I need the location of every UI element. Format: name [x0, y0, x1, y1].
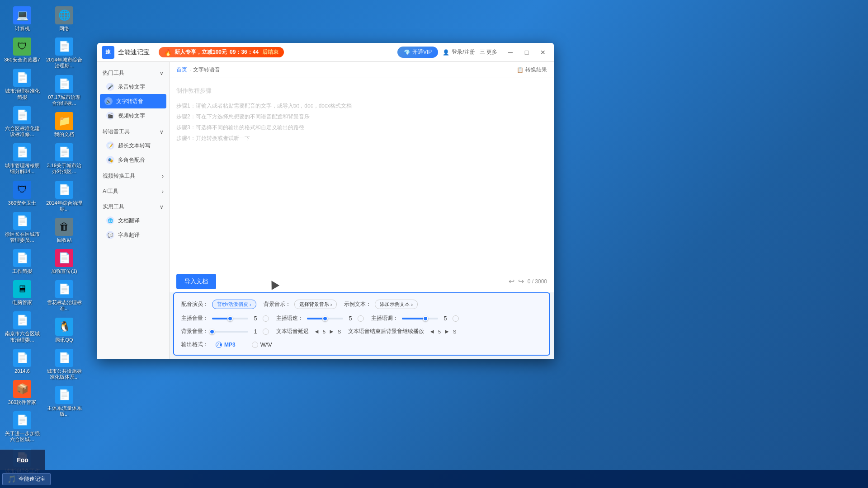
sidebar-section-header-utility[interactable]: 实用工具 ∨: [97, 200, 169, 213]
desktop-icon-nanjing6[interactable]: 📄 南京市六合区城市治理委...: [2, 310, 42, 344]
bg-volume-slider[interactable]: [212, 331, 248, 333]
doc-icon-12: 📄: [55, 143, 73, 161]
delay-group: 文本语音延迟 ◄ 5 ► S: [276, 328, 341, 335]
breadcrumb: 首页 · 文字转语音 📋 转换结果: [170, 62, 554, 78]
login-button[interactable]: 👤 登录/注册: [443, 48, 475, 56]
desktop-icon-computer[interactable]: 💻 计算机: [2, 5, 42, 33]
text-editor-area[interactable]: 制作教程步骤 步骤1：请输入或者粘贴需要配音的文字，或导入txt，doc，doc…: [170, 78, 554, 270]
chevron-down-icon: ∨: [160, 70, 164, 76]
speaker-icon: 🔊: [104, 97, 113, 105]
desktop-icon-360guard[interactable]: 🛡 360安全卫士: [2, 179, 42, 208]
bg-volume-label: 背景音量：: [181, 328, 208, 335]
desktop-icon-city2014b[interactable]: 📄 2014年综合治理标...: [44, 179, 84, 214]
desktop-icon-city-standard2[interactable]: 📄 六合区标准化建设标准修...: [2, 104, 42, 139]
desktop-icon-city-standard1[interactable]: 📄 城市治理标准化简报: [2, 67, 42, 102]
desktop-icon-march319[interactable]: 📄 3.19关于城市治办对找区...: [44, 141, 84, 176]
main-volume-group: 主播音量： 5: [181, 314, 269, 322]
example-text-button[interactable]: 添加示例文本 ›: [375, 300, 418, 309]
wav-option[interactable]: WAV: [252, 342, 272, 348]
main-speed-label: 主播语速：: [276, 314, 303, 322]
delay-next-button[interactable]: ►: [327, 328, 336, 335]
delay-controls: ◄ 5 ► S: [312, 328, 341, 335]
settings-row-4: 输出格式： ✓ MP3 WAV: [181, 341, 542, 348]
delay-prev-button[interactable]: ◄: [312, 328, 321, 335]
sidebar-item-multi-voice[interactable]: 🎭 多角色配音: [97, 153, 169, 167]
maximize-button[interactable]: □: [520, 46, 533, 59]
desktop-icon-july17[interactable]: 📄 07.17城市治理合治理标...: [44, 73, 84, 108]
main-volume-label: 主播音量：: [181, 314, 208, 322]
desktop-icon-network[interactable]: 🌐 网络: [44, 5, 84, 33]
convert-results-button[interactable]: 📋 转换结果: [517, 66, 547, 74]
main-tone-slider[interactable]: [402, 318, 438, 319]
redo-button[interactable]: ↪: [518, 277, 524, 286]
sidebar-section-header-speech[interactable]: 转语音工具 ∨: [97, 125, 169, 138]
main-tone-label: 主播语调：: [371, 314, 398, 322]
main-tone-radio[interactable]: [453, 315, 459, 322]
doc-icon-15: 📄: [55, 349, 73, 367]
continue-prev-button[interactable]: ◄: [428, 328, 436, 335]
mp3-option[interactable]: ✓ MP3: [216, 342, 236, 348]
desktop-icon-2014[interactable]: 📄 2014.6: [2, 347, 42, 376]
sidebar-item-record-to-text[interactable]: 🎤 录音转文字: [97, 80, 169, 94]
main-speed-slider-container: [307, 318, 343, 319]
import-button[interactable]: 导入文档: [176, 274, 216, 289]
doc-icon-10: 📄: [55, 38, 73, 56]
main-tone-slider-container: [402, 318, 438, 319]
network-icon: 🌐: [55, 6, 73, 24]
main-volume-slider[interactable]: [212, 318, 248, 319]
desktop-icon-citypublic[interactable]: 📄 城市公共设施标准化版体系...: [44, 347, 84, 382]
sidebar-item-doc-translate[interactable]: 🌐 文档翻译: [97, 213, 169, 228]
desktop-icon-xuzhang[interactable]: 📄 徐区长在区城市管理委员...: [2, 210, 42, 245]
main-speed-radio[interactable]: [358, 315, 364, 322]
voice-actor-group: 配音演员： 普纱/活泼俏皮 ›: [181, 300, 256, 309]
chevron-right-icon-2: ›: [162, 188, 164, 195]
desktop-icon-citylang[interactable]: 📄 主体系流量体系版...: [44, 384, 84, 419]
bg-volume-value: 1: [252, 328, 259, 335]
desktop-icon-workbrief[interactable]: 📄 工作简报: [2, 247, 42, 276]
app-window: 速 全能速记宝 🔥 新人专享，立减100元 09：36：44 后结束 💎 开通V…: [97, 43, 554, 359]
desktop-icon-360browser[interactable]: 🛡 360安全浏览器7: [2, 36, 42, 65]
undo-button[interactable]: ↩: [509, 277, 514, 286]
desktop-icon-city-manage[interactable]: 📄 城市管理考核明细分解14...: [2, 141, 42, 176]
desktop-icon-mydoc[interactable]: 📁 我的文档: [44, 110, 84, 139]
instructions-step1: 步骤1：请输入或者粘贴需要配音的文字，或导入txt，doc，docx格式文档: [176, 100, 547, 111]
instructions-step2: 步骤2：可在下方选择您想要的不同语音配置和背景音乐: [176, 111, 547, 122]
chevron-right-icon-4: ›: [330, 302, 332, 307]
desktop-icon-city2014[interactable]: 📄 2014年城市综合治理标...: [44, 36, 84, 70]
desktop-icon-promo[interactable]: 📄 加强宣传(1): [44, 247, 84, 276]
sidebar-section-speech: 转语音工具 ∨ 📝 超长文本转写 🎭 多角色配音: [97, 125, 169, 167]
desktop-icon-further6[interactable]: 📄 关于进一步加强六合区城...: [2, 409, 42, 444]
desktop-icon-pcmanager[interactable]: 🖥 电脑管家: [2, 278, 42, 307]
bg-music-button[interactable]: 选择背景音乐 ›: [294, 300, 337, 309]
sidebar-section-ai: AI工具 ›: [97, 185, 169, 198]
minimize-button[interactable]: ─: [504, 46, 517, 59]
mp3-radio[interactable]: ✓: [216, 342, 222, 348]
wav-radio[interactable]: [252, 342, 258, 348]
voice-actor-button[interactable]: 普纱/活泼俏皮 ›: [212, 300, 256, 309]
desktop-icon-recycle[interactable]: 🗑 回收站: [44, 216, 84, 245]
bg-volume-radio[interactable]: [263, 328, 269, 335]
sidebar-item-long-text[interactable]: 📝 超长文本转写: [97, 138, 169, 153]
more-button[interactable]: 三 更多: [480, 48, 497, 56]
app-logo: 速: [102, 46, 114, 59]
doc-icon-6: 📄: [13, 311, 31, 329]
main-tone-group: 主播语调： 5: [371, 314, 459, 322]
desktop-icon-snow[interactable]: 📄 雪花标志治理标准...: [44, 278, 84, 313]
taskbar-item-app[interactable]: 🎵 全能速记宝: [2, 473, 51, 485]
main-volume-radio[interactable]: [263, 315, 269, 322]
desktop-icon-360software[interactable]: 📦 360软件管家: [2, 378, 42, 407]
breadcrumb-home[interactable]: 首页: [176, 66, 187, 74]
sidebar-item-video-to-text[interactable]: 🎬 视频转文字: [97, 108, 169, 123]
sidebar-section-header-video[interactable]: 视频转换工具 ›: [97, 169, 169, 183]
sidebar-item-subtitle-translate[interactable]: 💬 字幕超译: [97, 228, 169, 242]
sidebar-section-header-ai[interactable]: AI工具 ›: [97, 185, 169, 198]
desktop-icon-qq[interactable]: 🐧 腾讯QQ: [44, 316, 84, 345]
chevron-right-icon: ›: [162, 173, 164, 179]
continue-controls: ◄ 5 ► S: [428, 328, 456, 335]
main-speed-slider[interactable]: [307, 318, 343, 319]
sidebar-section-header-hot[interactable]: 热门工具 ∨: [97, 66, 169, 80]
vip-button[interactable]: 💎 开通VIP: [397, 47, 438, 58]
continue-next-button[interactable]: ►: [443, 328, 451, 335]
sidebar-item-text-to-speech[interactable]: 🔊 文字转语音: [100, 94, 166, 108]
close-button[interactable]: ✕: [537, 46, 549, 59]
